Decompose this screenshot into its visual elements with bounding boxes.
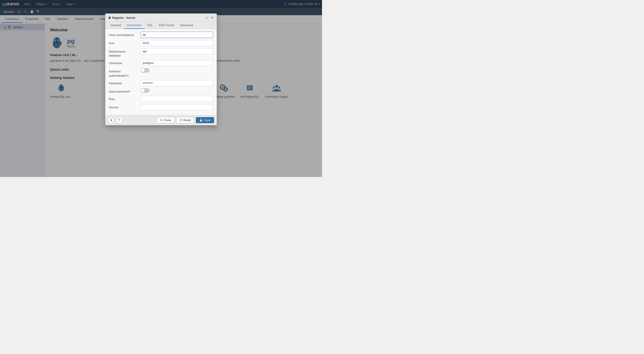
modal-footer: ℹ ? ✕ Close ↺ Reset 💾 Save: [105, 115, 217, 125]
modal-close-button[interactable]: ✕: [210, 15, 214, 20]
toggle-thumb-2: [141, 89, 145, 92]
port-label: Port: [109, 40, 138, 45]
username-field-row: Username: [109, 60, 213, 66]
save-button[interactable]: 💾 Save: [196, 117, 214, 123]
save-icon: 💾: [199, 118, 203, 122]
toggle-track: [141, 68, 150, 73]
info-button[interactable]: ℹ: [108, 117, 114, 123]
modal-body: Host name/address Port Maintenance datab…: [105, 29, 217, 115]
username-input[interactable]: [141, 60, 213, 66]
modal-title: 🖥 Register - Server: [108, 16, 136, 19]
service-input[interactable]: [141, 104, 213, 110]
modal-tab-general[interactable]: General: [108, 22, 124, 29]
port-field-row: Port: [109, 40, 213, 46]
host-label: Host name/address: [109, 32, 138, 37]
username-label: Username: [109, 60, 138, 65]
role-field-row: Role: [109, 96, 213, 102]
port-input[interactable]: [141, 40, 213, 46]
maintenance-label: Maintenance database: [109, 48, 138, 58]
save-password-toggle[interactable]: [141, 88, 150, 93]
save-password-label: Save password?: [109, 88, 138, 94]
reset-button[interactable]: ↺ Reset: [176, 117, 194, 123]
close-icon: ✕: [160, 118, 162, 122]
modal-controls: ⤢ ✕: [205, 15, 214, 20]
role-label: Role: [109, 96, 138, 101]
kerberos-label: Kerberos authentication?: [109, 68, 138, 77]
maintenance-field-row: Maintenance database: [109, 48, 213, 58]
password-field-row: Password: [109, 80, 213, 86]
password-label: Password: [109, 80, 138, 85]
modal-expand-button[interactable]: ⤢: [205, 15, 209, 20]
server-icon: 🖥: [108, 16, 111, 19]
role-input[interactable]: [141, 96, 213, 102]
modal-tab-ssl[interactable]: SSL: [145, 22, 156, 29]
maintenance-input[interactable]: [141, 48, 213, 54]
modal-tab-advanced[interactable]: Advanced: [177, 22, 196, 29]
kerberos-field-row: Kerberos authentication?: [109, 68, 213, 77]
register-server-modal: 🖥 Register - Server ⤢ ✕ General Connecti…: [105, 13, 217, 125]
kerberos-toggle[interactable]: [141, 68, 150, 73]
modal-header: 🖥 Register - Server ⤢ ✕: [105, 14, 217, 22]
modal-tab-ssh-tunnel[interactable]: SSH Tunnel: [156, 22, 177, 29]
reset-icon: ↺: [180, 118, 182, 122]
footer-right: ✕ Close ↺ Reset 💾 Save: [157, 117, 214, 123]
modal-overlay: 🖥 Register - Server ⤢ ✕ General Connecti…: [0, 0, 322, 177]
service-field-row: Service: [109, 104, 213, 110]
service-label: Service: [109, 104, 138, 109]
toggle-track-2: [141, 88, 150, 93]
footer-left: ℹ ?: [108, 117, 122, 123]
toggle-thumb: [141, 69, 145, 72]
host-field-row: Host name/address: [109, 32, 213, 38]
host-input[interactable]: [141, 32, 213, 38]
help-button[interactable]: ?: [116, 117, 122, 123]
modal-tab-bar: General Connection SSL SSH Tunnel Advanc…: [105, 22, 217, 29]
modal-tab-connection[interactable]: Connection: [124, 22, 144, 29]
password-input[interactable]: [141, 80, 213, 86]
save-password-field-row: Save password?: [109, 88, 213, 94]
close-button[interactable]: ✕ Close: [157, 117, 174, 123]
